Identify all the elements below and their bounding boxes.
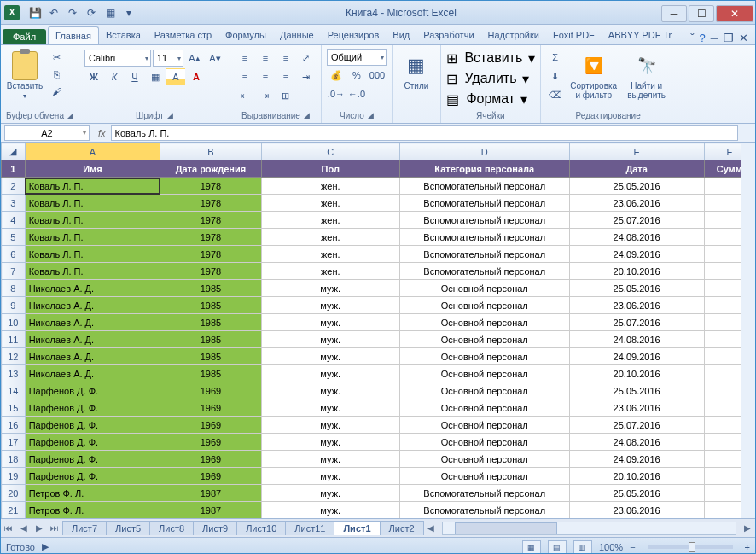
workbook-minimize-icon[interactable]: ─ (711, 32, 718, 44)
cell-year[interactable]: 1985 (160, 297, 262, 314)
ribbon-tab-10[interactable]: ABBYY PDF Tr (602, 26, 678, 44)
cell-date[interactable]: 20.10.2016 (569, 365, 704, 382)
cell-name[interactable]: Николаев А. Д. (25, 280, 160, 297)
cell-year[interactable]: 1969 (160, 399, 262, 417)
cell-name[interactable]: Парфенов Д. Ф. (25, 399, 160, 417)
cell-date[interactable]: 23.06.2016 (569, 399, 704, 417)
comma-icon[interactable]: 000 (368, 67, 387, 84)
font-color-icon[interactable]: A (187, 68, 206, 85)
cell-year[interactable]: 1978 (160, 229, 262, 246)
cell-sex[interactable]: муж. (261, 348, 399, 365)
workbook-restore-icon[interactable]: ❐ (724, 32, 734, 44)
row-header-4[interactable]: 4 (2, 212, 26, 229)
column-header-A[interactable]: A (25, 143, 160, 160)
row-header-16[interactable]: 16 (2, 417, 26, 434)
macro-record-icon[interactable]: ▶ (42, 541, 49, 552)
dialog-launcher-icon[interactable]: ◢ (368, 111, 374, 120)
sheet-tab[interactable]: Лист1 (334, 521, 380, 535)
cell-name[interactable]: Парфенов Д. Ф. (25, 434, 160, 451)
cut-icon[interactable]: ✂ (47, 49, 66, 66)
find-select-button[interactable]: 🔭 Найти и выделить (623, 49, 671, 100)
fx-icon[interactable]: fx (98, 128, 106, 138)
print-preview-icon[interactable]: ▦ (102, 4, 119, 21)
row-header-20[interactable]: 20 (2, 485, 26, 502)
cell-category[interactable]: Основной персонал (399, 314, 569, 331)
cell-date[interactable]: 20.10.2016 (569, 468, 704, 485)
bold-button[interactable]: Ж (84, 68, 103, 85)
decrease-decimal-icon[interactable]: ←.0 (347, 85, 366, 102)
cell-category[interactable]: Вспомогательный персонал (399, 502, 569, 519)
cell-category[interactable]: Вспомогательный персонал (399, 246, 569, 263)
cell-year[interactable]: 1987 (160, 502, 262, 519)
maximize-button[interactable]: ☐ (689, 5, 714, 22)
align-left-icon[interactable]: ≡ (236, 68, 254, 85)
formula-bar[interactable]: Коваль Л. П. (111, 125, 738, 141)
cell-year[interactable]: 1985 (160, 348, 262, 365)
sheet-tab[interactable]: Лист11 (285, 521, 334, 535)
align-center-icon[interactable]: ≡ (256, 68, 275, 85)
dialog-launcher-icon[interactable]: ◢ (304, 111, 310, 120)
italic-button[interactable]: К (105, 68, 124, 85)
cell-year[interactable]: 1978 (160, 246, 262, 263)
row-header-3[interactable]: 3 (2, 195, 26, 212)
ribbon-tab-0[interactable]: Главная (48, 26, 99, 44)
cells-delete-button[interactable]: ⊟ Удалить ▾ (446, 69, 535, 88)
cell-date[interactable]: 24.08.2016 (569, 434, 704, 451)
ribbon-tab-2[interactable]: Разметка стр (148, 26, 218, 44)
cell-year[interactable]: 1969 (160, 417, 262, 434)
number-format-combo[interactable]: Общий (327, 49, 387, 66)
cell-sex[interactable]: муж. (261, 485, 399, 502)
column-header-D[interactable]: D (399, 143, 569, 160)
clear-icon[interactable]: ⌫ (546, 86, 565, 103)
cell-name[interactable]: Парфенов Д. Ф. (25, 382, 160, 399)
align-top-icon[interactable]: ≡ (236, 50, 254, 67)
ribbon-tab-1[interactable]: Вставка (99, 26, 148, 44)
vertical-scrollbar[interactable] (741, 143, 755, 518)
cell-name[interactable]: Николаев А. Д. (25, 314, 160, 331)
help-icon[interactable]: ? (700, 32, 706, 44)
sheet-nav-next-icon[interactable]: ▶ (32, 523, 47, 533)
sheet-tab[interactable]: Лист5 (106, 521, 150, 535)
cell-category[interactable]: Основной персонал (399, 468, 569, 485)
cell-category[interactable]: Вспомогательный персонал (399, 263, 569, 280)
cell-name[interactable]: Николаев А. Д. (25, 331, 160, 348)
cell-name[interactable]: Коваль Л. П. (25, 263, 160, 280)
cell-sex[interactable]: жен. (261, 246, 399, 263)
decrease-indent-icon[interactable]: ⇤ (236, 87, 254, 104)
cell-name[interactable]: Коваль Л. П. (25, 229, 160, 246)
cell-name[interactable]: Коваль Л. П. (25, 212, 160, 229)
cell-year[interactable]: 1987 (160, 485, 262, 502)
undo-icon[interactable]: ↶ (45, 4, 62, 21)
sheet-tab[interactable]: Лист10 (236, 521, 286, 535)
cell-sex[interactable]: муж. (261, 297, 399, 314)
cell-year[interactable]: 1985 (160, 314, 262, 331)
ribbon-tab-7[interactable]: Разработчи (416, 26, 480, 44)
decrease-font-icon[interactable]: A▾ (206, 50, 224, 67)
cell-sex[interactable]: муж. (261, 417, 399, 434)
cell-date[interactable]: 25.05.2016 (569, 382, 704, 399)
ribbon-tab-4[interactable]: Данные (273, 26, 321, 44)
cell-name[interactable]: Парфенов Д. Ф. (25, 468, 160, 485)
increase-font-icon[interactable]: A▴ (185, 50, 204, 67)
cell-name[interactable]: Парфенов Д. Ф. (25, 417, 160, 434)
cell-year[interactable]: 1969 (160, 468, 262, 485)
row-header-5[interactable]: 5 (2, 229, 26, 246)
cell-date[interactable]: 20.10.2016 (569, 263, 704, 280)
zoom-in-button[interactable]: + (745, 542, 750, 552)
cell-category[interactable]: Основной персонал (399, 365, 569, 382)
table-header-cell[interactable]: Категория персонала (399, 160, 569, 178)
increase-indent-icon[interactable]: ⇥ (256, 87, 275, 104)
cell-name[interactable]: Николаев А. Д. (25, 348, 160, 365)
normal-view-icon[interactable]: ▦ (522, 540, 541, 554)
cell-date[interactable]: 24.09.2016 (569, 451, 704, 468)
qat-customize-icon[interactable]: ▾ (120, 4, 137, 21)
row-header-1[interactable]: 1 (2, 160, 26, 178)
sheet-tab[interactable]: Лист8 (149, 521, 194, 535)
row-header-7[interactable]: 7 (2, 263, 26, 280)
cell-sex[interactable]: муж. (261, 314, 399, 331)
cell-category[interactable]: Основной персонал (399, 280, 569, 297)
cell-name[interactable]: Петров Ф. Л. (25, 502, 160, 519)
percent-icon[interactable]: % (347, 67, 366, 84)
row-header-10[interactable]: 10 (2, 314, 26, 331)
cell-sex[interactable]: жен. (261, 195, 399, 212)
